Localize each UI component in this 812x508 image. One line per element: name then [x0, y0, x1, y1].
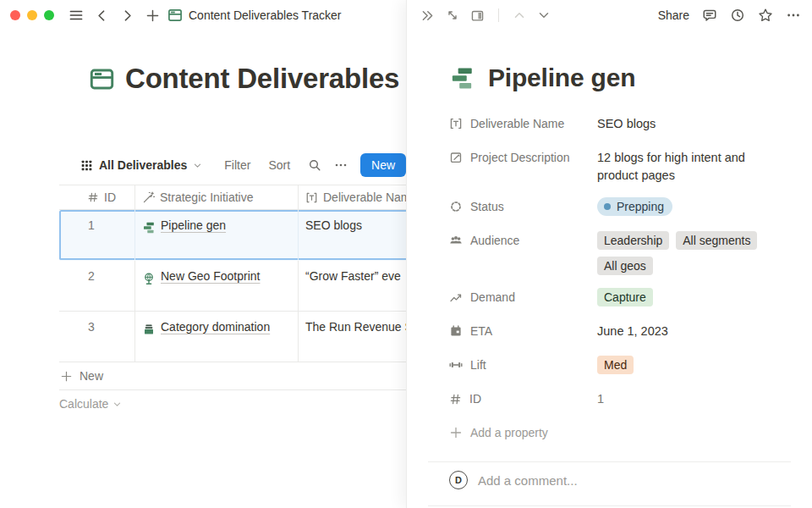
- topbar-divider: [498, 8, 499, 22]
- calculate-button[interactable]: Calculate: [59, 392, 122, 416]
- cell-strategic-initiative[interactable]: New Geo Footprint: [135, 261, 299, 311]
- filter-button[interactable]: Filter: [224, 158, 250, 172]
- property-value[interactable]: 1: [597, 387, 604, 408]
- search-icon[interactable]: [308, 158, 321, 172]
- chevron-down-icon: [193, 161, 202, 170]
- gantt-bars-icon: [142, 221, 156, 235]
- property-id[interactable]: ID: [449, 387, 597, 411]
- cell-strategic-initiative[interactable]: Category domination: [135, 312, 299, 362]
- close-peek-icon[interactable]: [420, 8, 435, 23]
- comments-divider: [428, 461, 791, 462]
- property-row: Deliverable Name SEO blogs: [449, 112, 778, 135]
- record-link[interactable]: Category domination: [161, 320, 270, 334]
- tag-pill: All segments: [676, 231, 757, 250]
- view-switcher[interactable]: All Deliverables: [80, 158, 202, 172]
- new-button-label: New: [360, 153, 404, 177]
- record-link[interactable]: Pipeline gen: [161, 218, 226, 232]
- hash-icon: [449, 393, 462, 406]
- property-value[interactable]: Leadership All segments All geos: [597, 229, 776, 275]
- property-row: ID 1: [449, 387, 778, 411]
- page-icon[interactable]: [89, 66, 115, 92]
- property-project-description[interactable]: Project Description: [449, 146, 597, 169]
- property-eta[interactable]: ETA: [449, 319, 597, 343]
- chevron-down-icon: [112, 400, 122, 409]
- notion-window: Content Deliverables Tracker Content Del…: [0, 0, 812, 508]
- view-toolbar: All Deliverables Filter Sort New: [80, 153, 406, 177]
- peek-topbar: Share: [407, 0, 812, 30]
- cell-id[interactable]: 3: [59, 312, 135, 362]
- tag-pill: Capture: [597, 288, 653, 306]
- property-deliverable-name[interactable]: Deliverable Name: [449, 112, 597, 135]
- trend-chart-icon: [449, 290, 463, 304]
- minimize-window-button[interactable]: [27, 10, 37, 20]
- zoom-window-button[interactable]: [44, 10, 54, 20]
- cell-id[interactable]: 2: [59, 261, 135, 311]
- history-clock-icon[interactable]: [730, 8, 745, 23]
- property-row: Demand Capture: [449, 285, 778, 309]
- property-row: Project Description 12 blogs for high in…: [449, 146, 778, 185]
- tag-pill: Leadership: [597, 231, 669, 250]
- peek-body: Pipeline gen Deliverable Name SEO blogs …: [407, 30, 812, 508]
- sort-button[interactable]: Sort: [268, 158, 290, 172]
- property-value[interactable]: Med: [597, 353, 634, 374]
- view-options-dots-icon[interactable]: [334, 158, 348, 172]
- property-lift[interactable]: Lift: [449, 353, 597, 377]
- more-options-dots-icon[interactable]: [786, 8, 801, 23]
- favorite-star-icon[interactable]: [758, 8, 773, 23]
- people-icon: [449, 234, 463, 247]
- add-property-button[interactable]: Add a property: [449, 421, 778, 444]
- property-value[interactable]: 12 blogs for high intent and product pag…: [597, 146, 776, 185]
- record-link[interactable]: New Geo Footprint: [161, 269, 261, 283]
- column-header-strategic-initiative[interactable]: Strategic Initiative: [135, 185, 299, 209]
- property-row: Status Prepping: [449, 195, 778, 218]
- tag-pill: All geos: [597, 257, 653, 275]
- status-dot-icon: [604, 203, 611, 210]
- next-record-icon[interactable]: [537, 8, 551, 22]
- tag-pill: Med: [597, 356, 634, 374]
- title-icon: [449, 117, 463, 130]
- plus-icon: [449, 426, 463, 439]
- cell-id[interactable]: 1: [59, 210, 135, 260]
- property-value[interactable]: June 1, 2023: [597, 319, 668, 340]
- previous-record-icon[interactable]: [513, 8, 526, 22]
- cell-strategic-initiative[interactable]: Pipeline gen: [135, 210, 299, 260]
- comment-composer[interactable]: D Add a comment...: [449, 471, 787, 489]
- property-value[interactable]: Prepping: [597, 195, 672, 216]
- status-pill: Prepping: [597, 197, 672, 216]
- new-tab-button[interactable]: [145, 8, 160, 23]
- property-row: ETA June 1, 2023: [449, 319, 778, 343]
- close-window-button[interactable]: [10, 10, 20, 20]
- avatar: D: [449, 471, 468, 489]
- comment-input[interactable]: Add a comment...: [478, 473, 578, 488]
- property-audience[interactable]: Audience: [449, 229, 597, 252]
- plus-icon: [60, 370, 73, 383]
- dumbbell-icon: [449, 358, 463, 372]
- new-record-button[interactable]: New: [360, 153, 406, 177]
- sidebar-menu-icon[interactable]: [69, 8, 84, 23]
- main-topbar: Content Deliverables Tracker: [0, 0, 406, 30]
- forward-button[interactable]: [120, 8, 134, 23]
- side-peek-icon[interactable]: [470, 8, 485, 23]
- hash-icon: [87, 191, 99, 203]
- comments-icon[interactable]: [702, 8, 717, 23]
- property-value[interactable]: Capture: [597, 285, 653, 306]
- panel-bottom-divider: [428, 505, 791, 506]
- property-row: Audience Leadership All segments All geo…: [449, 229, 778, 275]
- expand-page-icon[interactable]: [446, 8, 459, 22]
- title-icon: [305, 191, 318, 204]
- globe-icon: [142, 272, 156, 285]
- property-demand[interactable]: Demand: [449, 285, 597, 309]
- property-value[interactable]: SEO blogs: [597, 112, 656, 133]
- back-button[interactable]: [95, 8, 109, 23]
- property-row: Lift Med: [449, 353, 778, 377]
- stack-icon: [142, 323, 156, 336]
- column-header-id[interactable]: ID: [59, 185, 135, 209]
- record-icon[interactable]: [449, 65, 475, 91]
- wand-icon: [142, 191, 155, 204]
- calendar-icon: [449, 324, 463, 338]
- record-title[interactable]: Pipeline gen: [488, 64, 635, 92]
- page-icon: [167, 8, 183, 23]
- property-status[interactable]: Status: [449, 195, 597, 218]
- share-button[interactable]: Share: [658, 8, 689, 22]
- view-name: All Deliverables: [99, 158, 187, 172]
